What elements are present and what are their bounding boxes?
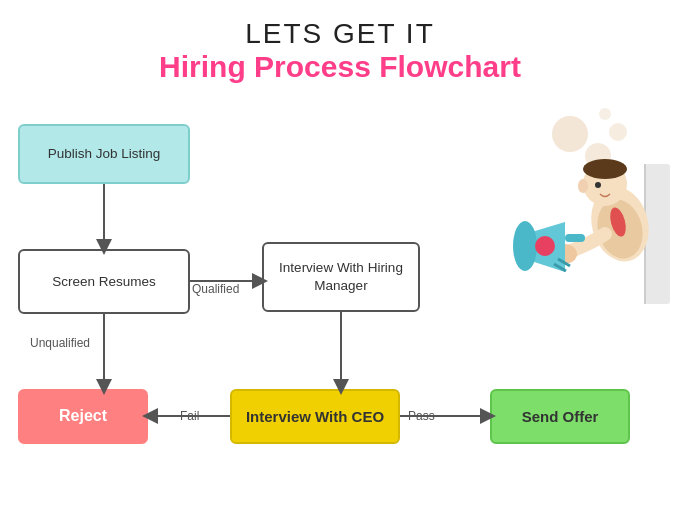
qualified-label: Qualified [192,282,239,296]
svg-point-16 [583,159,627,179]
svg-point-6 [552,116,588,152]
svg-point-23 [535,236,555,256]
svg-point-17 [578,179,588,193]
illustration [450,104,670,304]
publish-job-box: Publish Job Listing [18,124,190,184]
svg-point-9 [599,108,611,120]
svg-point-8 [609,123,627,141]
ceo-interview-box: Interview With CEO [230,389,400,444]
svg-point-21 [513,221,537,271]
pass-label: Pass [408,409,435,423]
screen-resumes-box: Screen Resumes [18,249,190,314]
flowchart: Publish Job Listing Screen Resumes Inter… [0,94,680,510]
reject-box: Reject [18,389,148,444]
page-header: LETS GET IT Hiring Process Flowchart [0,0,680,94]
unqualified-label: Unqualified [30,336,90,350]
svg-rect-10 [645,164,670,304]
send-offer-box: Send Offer [490,389,630,444]
interview-hiring-box: Interview With Hiring Manager [262,242,420,312]
svg-point-18 [595,182,601,188]
fail-label: Fail [180,409,199,423]
svg-rect-22 [565,234,585,242]
header-line1: LETS GET IT [0,18,680,50]
header-line2: Hiring Process Flowchart [0,50,680,84]
